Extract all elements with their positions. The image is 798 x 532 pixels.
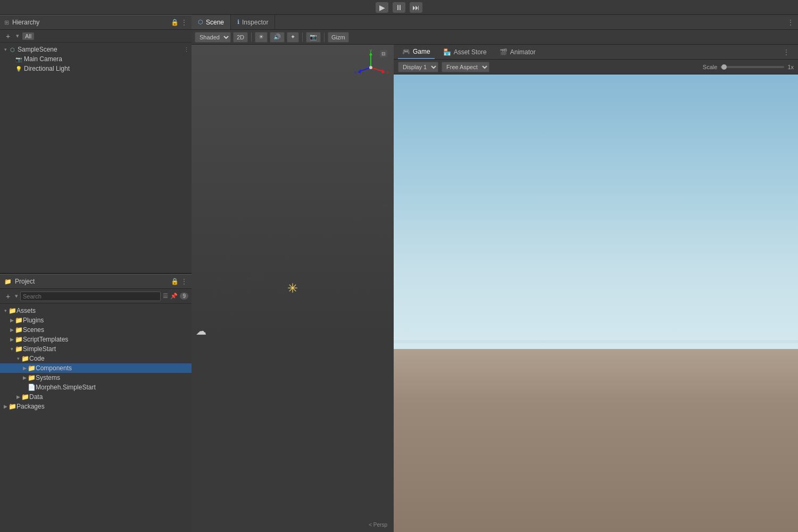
shading-select[interactable]: Shaded: [195, 32, 231, 43]
packages-folder-icon: 📁: [9, 403, 16, 410]
project-title: Project: [15, 278, 35, 285]
proj-assets-label: Assets: [16, 307, 36, 314]
data-arrow: ▶: [15, 394, 21, 400]
scene-cam-btn[interactable]: 📷: [306, 32, 321, 43]
morpheh-file-icon: 📄: [28, 384, 36, 391]
left-panel: ⊞ Hierarchy 🔒 ⋮ + ▾ All ▾ ⬡ SampleScene …: [0, 15, 192, 532]
proj-components[interactable]: ▶ 📁 Components: [0, 363, 192, 373]
light-spacer: [2, 65, 9, 72]
proj-data[interactable]: ▶ 📁 Data: [0, 392, 192, 402]
light-icon: 💡: [15, 65, 22, 72]
hierarchy-camera-item[interactable]: 📷 Main Camera: [0, 54, 192, 64]
scene-divider-2: [302, 32, 303, 42]
tab-more[interactable]: ⋮: [783, 15, 798, 29]
proj-systems[interactable]: ▶ 📁 Systems: [0, 373, 192, 383]
tab-scene[interactable]: ⬡ Scene: [192, 15, 231, 29]
svg-line-20: [386, 204, 394, 523]
scene-tab-label: Scene: [206, 19, 224, 26]
tab-inspector[interactable]: ℹ Inspector: [231, 15, 275, 29]
gizmos-button[interactable]: Gizm: [328, 32, 349, 43]
scene-more-icon[interactable]: ⋮: [184, 46, 189, 53]
proj-scenes[interactable]: ▶ 📁 Scenes: [0, 325, 192, 335]
hierarchy-title: Hierarchy: [12, 19, 39, 26]
tab-game[interactable]: 🎮 Game: [398, 45, 435, 59]
persp-label: < Persp: [369, 522, 387, 528]
hierarchy-header: ⊞ Hierarchy 🔒 ⋮: [0, 15, 192, 30]
svg-line-31: [360, 68, 371, 71]
game-horizon: [394, 340, 798, 343]
proj-assets[interactable]: ▾ 📁 Assets: [0, 306, 192, 315]
project-search-input[interactable]: [20, 292, 161, 301]
hierarchy-content: ▾ ⬡ SampleScene ⋮ 📷 Main Camera 💡: [0, 43, 192, 273]
svg-marker-32: [358, 69, 361, 73]
sun-icon: ✳: [287, 281, 298, 296]
hierarchy-grid-icon: ⊞: [4, 19, 9, 26]
pause-button[interactable]: ⏸: [393, 2, 405, 13]
proj-simplestart[interactable]: ▾ 📁 SimpleStart: [0, 344, 192, 354]
data-folder-icon: 📁: [21, 393, 29, 401]
proj-components-label: Components: [36, 364, 72, 372]
hierarchy-scene-label: SampleScene: [18, 46, 57, 53]
plugins-arrow: ▶: [9, 317, 15, 323]
hierarchy-light-item[interactable]: 💡 Directional Light: [0, 64, 192, 73]
project-add-button[interactable]: +: [3, 292, 13, 301]
scale-value: 1x: [787, 64, 794, 70]
hierarchy-all-tag[interactable]: All: [22, 32, 34, 40]
comp-folder-icon: 📁: [28, 364, 36, 372]
hierarchy-lock-icon[interactable]: 🔒: [171, 19, 179, 26]
center-area: ⬡ Scene ℹ Inspector ⋮ Shaded 2D ☀ 🔊 ✦ 📷 …: [192, 15, 798, 532]
morpheh-spacer: [21, 384, 28, 390]
game-ground: [394, 349, 798, 532]
game-icon: 🎮: [402, 48, 410, 55]
scene-expand-arrow: ▾: [2, 46, 9, 53]
step-button[interactable]: ⏭: [410, 2, 422, 13]
hierarchy-scene-item[interactable]: ▾ ⬡ SampleScene ⋮: [0, 45, 192, 54]
svg-text:y: y: [370, 49, 372, 53]
project-icon1[interactable]: ☰: [163, 293, 168, 300]
hierarchy-camera-label: Main Camera: [24, 55, 62, 63]
asset-store-icon: 🏪: [443, 48, 451, 56]
scene-audio-btn[interactable]: 🔊: [270, 32, 285, 43]
play-button[interactable]: ▶: [376, 2, 388, 13]
display-select[interactable]: Display 1: [398, 62, 438, 72]
proj-code[interactable]: ▾ 📁 Code: [0, 354, 192, 363]
game-tab-more[interactable]: ⋮: [779, 48, 794, 56]
scene-view[interactable]: ✳ ☁ ⊟ y: [192, 45, 394, 532]
2d-button[interactable]: 2D: [233, 32, 248, 43]
scene-tab-icon: ⬡: [198, 19, 203, 26]
project-icon2[interactable]: 📌: [170, 293, 178, 300]
scene-fx-btn[interactable]: ✦: [287, 32, 299, 43]
hierarchy-add-button[interactable]: +: [3, 31, 13, 41]
code-arrow: ▾: [15, 355, 21, 362]
game-sky: [394, 74, 798, 349]
proj-packages[interactable]: ▶ 📁 Packages: [0, 402, 192, 411]
scene-divider-3: [324, 32, 325, 42]
scale-slider[interactable]: [720, 66, 784, 68]
svg-line-28: [371, 68, 383, 71]
game-tab-label: Game: [413, 48, 430, 55]
aspect-select[interactable]: Free Aspect: [442, 62, 489, 72]
svg-text:x: x: [387, 70, 389, 74]
scene-toolbar: Shaded 2D ☀ 🔊 ✦ 📷 Gizm: [192, 30, 798, 45]
game-canvas: [394, 74, 798, 532]
proj-scripttemplates[interactable]: ▶ 📁 ScriptTemplates: [0, 335, 192, 344]
tab-asset-store[interactable]: 🏪 Asset Store: [439, 45, 491, 59]
scene-light-btn[interactable]: ☀: [255, 32, 268, 43]
animator-icon: 🎬: [500, 48, 508, 56]
scene-icon: ⬡: [9, 46, 16, 53]
tab-animator[interactable]: 🎬 Animator: [495, 45, 540, 59]
proj-morpheh[interactable]: 📄 Morpheh.SimpleStart: [0, 383, 192, 392]
comp-arrow: ▶: [21, 365, 28, 371]
project-more-icon[interactable]: ⋮: [181, 278, 187, 285]
camera-spacer: [2, 56, 9, 62]
animator-label: Animator: [510, 48, 536, 56]
ss-folder-icon: 📁: [15, 345, 23, 353]
proj-plugins[interactable]: ▶ 📁 Plugins: [0, 315, 192, 325]
hierarchy-actions: 🔒 ⋮: [171, 19, 187, 26]
project-folder-icon: 📁: [4, 278, 12, 285]
svg-line-17: [218, 204, 386, 523]
scene-game-area: ✳ ☁ ⊟ y: [192, 45, 798, 532]
project-lock-icon[interactable]: 🔒: [171, 278, 179, 285]
hierarchy-more-icon[interactable]: ⋮: [181, 19, 187, 26]
game-toolbar: Display 1 Free Aspect Scale 1x: [394, 60, 798, 74]
